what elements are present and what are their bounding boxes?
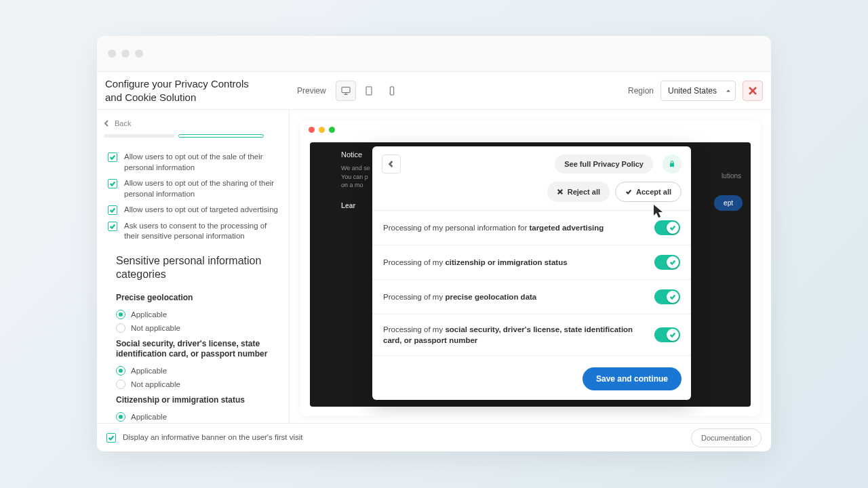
- radio-icon: [116, 380, 125, 389]
- close-icon: [749, 87, 757, 95]
- check-label: Allow users to opt out of the sharing of…: [124, 178, 281, 199]
- tablet-icon: [363, 85, 374, 96]
- toggle-list: Processing of my personal information fo…: [372, 210, 691, 358]
- toggle-row-citizenship: Processing of my citizenship or immigrat…: [372, 245, 691, 280]
- toggle-switch[interactable]: [654, 255, 680, 270]
- toggle-row-ssn: Processing of my social security, driver…: [372, 314, 691, 356]
- main-body: Back Allow users to opt out of the sale …: [97, 110, 771, 423]
- topbar: Configure your Privacy Controls and Cook…: [97, 72, 771, 110]
- preview-controls: Preview: [297, 81, 402, 101]
- radio-icon: [116, 310, 125, 319]
- lock-icon: [668, 160, 676, 168]
- toggle-label: Processing of my precise geolocation dat…: [383, 291, 646, 302]
- main-content: Notice We and se You can p on a mo Lear …: [290, 110, 771, 423]
- app-window: Configure your Privacy Controls and Cook…: [97, 36, 771, 451]
- device-buttons: [336, 81, 402, 101]
- check-label: Allow users to opt out of targeted adver…: [124, 205, 278, 216]
- sensitive-categories-title: Sensitive personal information categorie…: [104, 245, 281, 289]
- check-icon: [625, 188, 632, 195]
- radio-applicable-1[interactable]: Applicable: [104, 364, 281, 378]
- device-mobile-button[interactable]: [382, 81, 402, 101]
- preview-close-icon: [309, 127, 315, 133]
- traffic-light-close[interactable]: [108, 49, 116, 58]
- chevron-left-icon: [388, 161, 395, 167]
- radio-icon: [116, 323, 125, 333]
- traffic-light-minimize[interactable]: [121, 49, 130, 58]
- checkbox-icon: [108, 222, 117, 231]
- check-label: Ask users to consent to the processing o…: [124, 221, 281, 242]
- region-select[interactable]: United States: [660, 81, 736, 101]
- radio-applicable-2[interactable]: Applicable: [104, 410, 281, 423]
- privacy-modal: See full Privacy Policy Reject all: [372, 146, 691, 400]
- preview-zoom-icon: [329, 127, 335, 133]
- radio-not-applicable-1[interactable]: Not applicable: [104, 378, 281, 391]
- preview-label: Preview: [297, 86, 326, 96]
- device-desktop-button[interactable]: [336, 81, 356, 101]
- preview-browser-chrome: [300, 121, 760, 138]
- accept-all-button[interactable]: Accept all: [615, 182, 682, 202]
- save-continue-button[interactable]: Save and continue: [583, 367, 682, 390]
- toggle-label: Processing of my personal information fo…: [383, 222, 646, 233]
- ask-consent-sensitive[interactable]: Ask users to consent to the processing o…: [104, 218, 281, 245]
- reject-all-button[interactable]: Reject all: [547, 182, 610, 202]
- check-label: Allow users to opt out of the sale of th…: [124, 152, 281, 173]
- toggle-label: Processing of my social security, driver…: [383, 324, 646, 346]
- desktop-icon: [340, 85, 351, 96]
- banner-check-label: Display an informative banner on the use…: [123, 432, 303, 443]
- radio-not-applicable-0[interactable]: Not applicable: [104, 321, 281, 335]
- page-title: Configure your Privacy Controls and Cook…: [105, 77, 278, 104]
- modal-header: See full Privacy Policy: [372, 146, 691, 182]
- mobile-icon: [387, 85, 397, 96]
- traffic-light-zoom[interactable]: [135, 49, 143, 58]
- toggle-row-geolocation: Processing of my precise geolocation dat…: [372, 280, 691, 314]
- region-select-wrap: United States: [660, 81, 736, 101]
- radio-applicable-0[interactable]: Applicable: [104, 308, 281, 321]
- arrow-left-icon: [104, 120, 111, 127]
- close-button[interactable]: [743, 81, 763, 101]
- checkbox-icon: [108, 205, 117, 215]
- see-policy-button[interactable]: See full Privacy Policy: [555, 155, 653, 174]
- check-icon: [669, 259, 676, 266]
- documentation-button[interactable]: Documentation: [691, 428, 762, 447]
- modal-back-button[interactable]: [382, 155, 401, 174]
- footer: Display an informative banner on the use…: [97, 423, 771, 451]
- banner-checkbox-row[interactable]: Display an informative banner on the use…: [106, 432, 303, 443]
- toggle-switch[interactable]: [654, 327, 680, 342]
- allow-opt-out-sale[interactable]: Allow users to opt out of the sale of th…: [104, 149, 281, 176]
- modal-footer: Save and continue: [372, 358, 691, 400]
- check-icon: [669, 224, 676, 231]
- radio-icon: [116, 366, 125, 375]
- radio-icon: [116, 412, 125, 422]
- check-icon: [669, 293, 676, 300]
- preview-pane: Notice We and se You can p on a mo Lear …: [290, 110, 771, 423]
- back-label: Back: [115, 119, 131, 127]
- x-icon: [557, 188, 564, 195]
- toggle-row-targeted: Processing of my personal information fo…: [372, 211, 691, 245]
- sidebar: Back Allow users to opt out of the sale …: [97, 110, 290, 423]
- preview-min-icon: [319, 127, 325, 133]
- window-titlebar: [97, 36, 771, 71]
- toggle-switch[interactable]: [654, 289, 680, 304]
- back-link[interactable]: Back: [104, 117, 281, 134]
- modal-actions: Reject all Accept all: [372, 182, 691, 210]
- device-tablet-button[interactable]: [359, 81, 379, 101]
- category-heading: Social security, driver's license, state…: [104, 335, 281, 364]
- svg-rect-3: [366, 87, 372, 95]
- toggle-label: Processing of my citizenship or immigrat…: [383, 257, 646, 268]
- bg-text: lutions: [722, 172, 741, 180]
- checkbox-icon: [108, 179, 117, 188]
- preview-page: Notice We and se You can p on a mo Lear …: [310, 142, 751, 407]
- check-icon: [669, 331, 676, 338]
- checkbox-icon: [106, 433, 116, 443]
- svg-rect-4: [390, 87, 393, 95]
- svg-rect-0: [342, 87, 350, 92]
- lock-button[interactable]: [663, 155, 682, 174]
- preview-browser-window: Notice We and se You can p on a mo Lear …: [300, 121, 760, 416]
- app-body: Configure your Privacy Controls and Cook…: [97, 71, 771, 451]
- allow-opt-out-sharing[interactable]: Allow users to opt out of the sharing of…: [104, 176, 281, 202]
- category-heading: Citizenship or immigration status: [104, 391, 281, 410]
- toggle-switch[interactable]: [654, 220, 680, 235]
- region-label: Region: [628, 86, 654, 96]
- checkbox-icon: [108, 152, 117, 162]
- allow-opt-out-targeted[interactable]: Allow users to opt out of targeted adver…: [104, 202, 281, 218]
